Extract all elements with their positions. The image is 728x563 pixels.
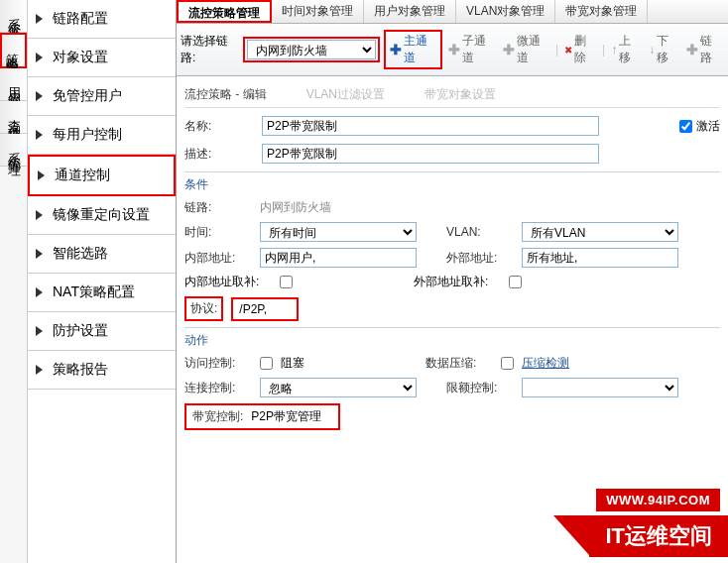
time-label: 时间: [184, 224, 252, 241]
sidebar-item-per-user[interactable]: 每用户控制 [28, 116, 176, 155]
actions-title: 动作 [184, 332, 720, 349]
delete-button[interactable]: 删除 [562, 33, 598, 66]
triangle-icon [36, 365, 43, 375]
triangle-icon [36, 287, 43, 297]
vtab-user[interactable]: 用户管理 [0, 68, 27, 101]
breadcrumb-ghost1: VLAN过滤设置 [306, 86, 385, 103]
vtab-query[interactable]: 查询统计 [0, 101, 27, 134]
conditions-fieldset: 条件 链路:内网到防火墙 时间: 所有时间 VLAN: 所有VLAN 内部地址: [184, 171, 720, 321]
sidebar-item-nat[interactable]: NAT策略配置 [28, 274, 176, 312]
sidebar-item-smart-route[interactable]: 智能选路 [28, 235, 176, 274]
outer-addr-input[interactable] [522, 248, 678, 268]
name-input[interactable] [262, 116, 599, 136]
activate-checkbox[interactable] [679, 120, 692, 133]
sidebar-item-label: 通道控制 [55, 167, 110, 184]
move-up-button[interactable]: 上移 [609, 33, 643, 66]
plus-icon: ✚ [448, 42, 460, 57]
delete-label: 删除 [574, 33, 596, 66]
outer-inv-checkbox[interactable] [509, 276, 522, 288]
inner-inv-checkbox[interactable] [280, 276, 293, 288]
sidebar-item-label: 镜像重定向设置 [53, 206, 150, 224]
time-select[interactable]: 所有时间 [260, 222, 417, 242]
compress-detect-link[interactable]: 压缩检测 [522, 355, 569, 372]
triangle-icon [36, 326, 43, 336]
up-label: 上移 [619, 33, 641, 66]
compress-checkbox[interactable] [501, 357, 514, 370]
main-channel-label: 主通道 [404, 33, 436, 66]
sidebar-item-mirror[interactable]: 镜像重定向设置 [28, 196, 176, 235]
top-tabs: 流控策略管理 时间对象管理 用户对象管理 VLAN对象管理 带宽对象管理 [177, 0, 728, 24]
add-main-channel-button[interactable]: ✚主通道 [388, 33, 438, 66]
proto-label: 协议: [184, 296, 223, 321]
triangle-icon [36, 249, 43, 259]
activate-label: 激活 [696, 118, 720, 135]
sidebar-item-exempt-user[interactable]: 免管控用户 [28, 77, 176, 116]
link-select-highlight: 内网到防火墙 [243, 37, 380, 62]
breadcrumb: 流控策略 - 编辑 VLAN过滤设置 带宽对象设置 [184, 82, 720, 108]
move-down-button[interactable]: 下移 [647, 33, 680, 66]
tab-flow-policy[interactable]: 流控策略管理 [177, 0, 272, 23]
tab-bw-object[interactable]: 带宽对象管理 [555, 0, 648, 23]
access-ctrl-label: 访问控制: [184, 355, 252, 372]
bw-ctrl-highlight: 带宽控制: [184, 403, 340, 430]
sub-channel-label: 子通道 [462, 33, 495, 66]
sidebar-item-label: NAT策略配置 [53, 283, 135, 301]
vlan-select[interactable]: 所有VLAN [522, 222, 678, 242]
quota-label: 限额控制: [446, 380, 514, 396]
vertical-tabs: 系统监控 策略管理 用户管理 查询统计 系统管理 [0, 0, 28, 563]
desc-input[interactable] [262, 144, 599, 164]
vtab-system[interactable]: 系统管理 [0, 134, 27, 167]
add-sub-channel-button[interactable]: ✚子通道 [446, 33, 497, 66]
right-panel: 流控策略管理 时间对象管理 用户对象管理 VLAN对象管理 带宽对象管理 请选择… [177, 0, 728, 563]
plus-icon: ✚ [503, 42, 515, 57]
bw-ctrl-input[interactable] [247, 408, 336, 426]
add-micro-channel-button[interactable]: ✚微通道 [501, 33, 551, 66]
toolbar: 请选择链路: 内网到防火墙 ✚主通道 ✚子通道 ✚微通道 | 删除 | 上移 下… [177, 24, 728, 76]
link-select[interactable]: 内网到防火墙 [247, 40, 376, 59]
sidebar-item-defense[interactable]: 防护设置 [28, 312, 176, 351]
sidebar-item-label: 每用户控制 [53, 126, 122, 144]
plus-icon: ✚ [686, 42, 698, 57]
sidebar-item-policy-report[interactable]: 策略报告 [28, 351, 176, 390]
triangle-icon [36, 210, 43, 220]
sidebar-item-label: 策略报告 [53, 361, 108, 379]
link-label: 链路 [700, 33, 722, 66]
desc-label: 描述: [184, 146, 252, 163]
sidebar: 链路配置 对象设置 免管控用户 每用户控制 通道控制 镜像重定向设置 智能选路 … [28, 0, 176, 563]
sidebar-item-link-config[interactable]: 链路配置 [28, 0, 176, 39]
inner-addr-input[interactable] [260, 248, 417, 268]
arrow-up-icon [611, 43, 617, 56]
tab-vlan-object[interactable]: VLAN对象管理 [456, 0, 555, 23]
link-display: 内网到防火墙 [260, 199, 331, 216]
triangle-icon [36, 53, 43, 62]
main-channel-highlight: ✚主通道 [384, 30, 442, 69]
quota-select[interactable] [522, 378, 678, 397]
watermark-brand: IT运维空间 [589, 515, 728, 557]
plus-icon: ✚ [390, 42, 402, 57]
sidebar-item-channel-control[interactable]: 通道控制 [28, 155, 176, 196]
compress-label: 数据压缩: [425, 355, 493, 372]
bw-ctrl-label: 带宽控制: [188, 406, 247, 427]
breadcrumb-main: 流控策略 - 编辑 [184, 86, 267, 103]
sidebar-item-label: 链路配置 [53, 10, 108, 28]
left-panel: 系统监控 策略管理 用户管理 查询统计 系统管理 链路配置 对象设置 免管控用户… [0, 0, 177, 563]
sidebar-item-label: 防护设置 [53, 322, 108, 340]
link-button[interactable]: ✚链路 [684, 33, 724, 66]
conn-ctrl-label: 连接控制: [184, 380, 252, 396]
delete-icon [564, 43, 572, 56]
vtab-policy[interactable]: 策略管理 [0, 33, 27, 68]
conditions-title: 条件 [184, 176, 720, 193]
tab-time-object[interactable]: 时间对象管理 [272, 0, 364, 23]
name-label: 名称: [184, 118, 252, 135]
triangle-icon [36, 14, 43, 24]
inner-addr-label: 内部地址: [184, 250, 252, 267]
proto-input[interactable] [235, 300, 295, 318]
tab-user-object[interactable]: 用户对象管理 [364, 0, 456, 23]
vtab-monitor[interactable]: 系统监控 [0, 0, 27, 33]
conn-ctrl-select[interactable]: 忽略 [260, 378, 417, 397]
triangle-icon [36, 130, 43, 140]
block-checkbox[interactable] [260, 357, 273, 370]
sidebar-item-label: 智能选路 [53, 245, 108, 263]
down-label: 下移 [657, 33, 678, 66]
sidebar-item-object[interactable]: 对象设置 [28, 39, 176, 77]
